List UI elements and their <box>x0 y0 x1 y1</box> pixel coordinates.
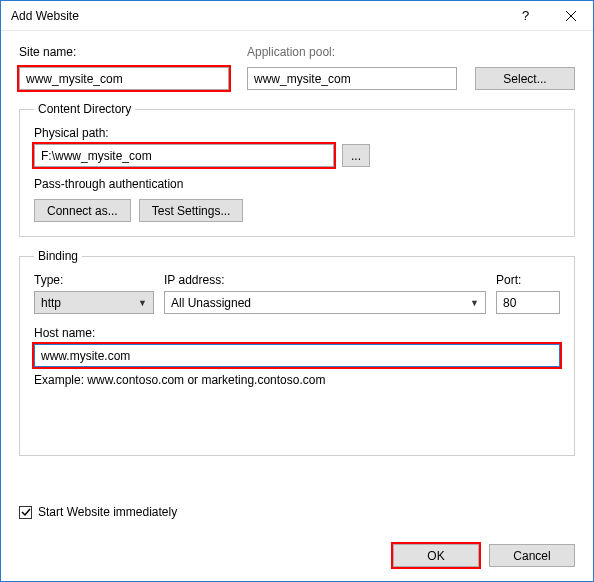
check-icon <box>21 507 31 517</box>
port-label: Port: <box>496 273 560 287</box>
type-label: Type: <box>34 273 154 287</box>
app-pool-label: Application pool: <box>247 45 457 59</box>
start-immediately-label: Start Website immediately <box>38 505 177 519</box>
ip-select[interactable]: All Unassigned ▼ <box>164 291 486 314</box>
ip-value: All Unassigned <box>171 296 251 310</box>
ok-button[interactable]: OK <box>393 544 479 567</box>
titlebar: Add Website ? <box>1 1 593 31</box>
close-button[interactable] <box>548 1 593 31</box>
host-name-input[interactable] <box>34 344 560 367</box>
physical-path-label: Physical path: <box>34 126 560 140</box>
physical-path-input[interactable] <box>34 144 334 167</box>
content-directory-group: Content Directory Physical path: ... Pas… <box>19 102 575 237</box>
port-input[interactable] <box>496 291 560 314</box>
titlebar-controls: ? <box>503 1 593 31</box>
connect-as-button[interactable]: Connect as... <box>34 199 131 222</box>
cancel-button[interactable]: Cancel <box>489 544 575 567</box>
type-select[interactable]: http ▼ <box>34 291 154 314</box>
host-example-text: Example: www.contoso.com or marketing.co… <box>34 373 560 387</box>
select-app-pool-button[interactable]: Select... <box>475 67 575 90</box>
chevron-down-icon: ▼ <box>138 298 147 308</box>
content-directory-legend: Content Directory <box>34 102 135 116</box>
app-pool-input <box>247 67 457 90</box>
binding-legend: Binding <box>34 249 82 263</box>
start-immediately-checkbox[interactable] <box>19 506 32 519</box>
window-title: Add Website <box>11 9 503 23</box>
binding-group: Binding Type: IP address: Port: http ▼ <box>19 249 575 456</box>
chevron-down-icon: ▼ <box>470 298 479 308</box>
site-name-input[interactable] <box>19 67 229 90</box>
passthrough-auth-label: Pass-through authentication <box>34 177 183 191</box>
test-settings-button[interactable]: Test Settings... <box>139 199 244 222</box>
site-name-label: Site name: <box>19 45 229 59</box>
type-value: http <box>41 296 61 310</box>
browse-path-button[interactable]: ... <box>342 144 370 167</box>
help-button[interactable]: ? <box>503 1 548 31</box>
add-website-dialog: Add Website ? Site name: Application poo… <box>0 0 594 582</box>
close-icon <box>566 11 576 21</box>
host-name-label: Host name: <box>34 326 560 340</box>
ip-label: IP address: <box>164 273 486 287</box>
